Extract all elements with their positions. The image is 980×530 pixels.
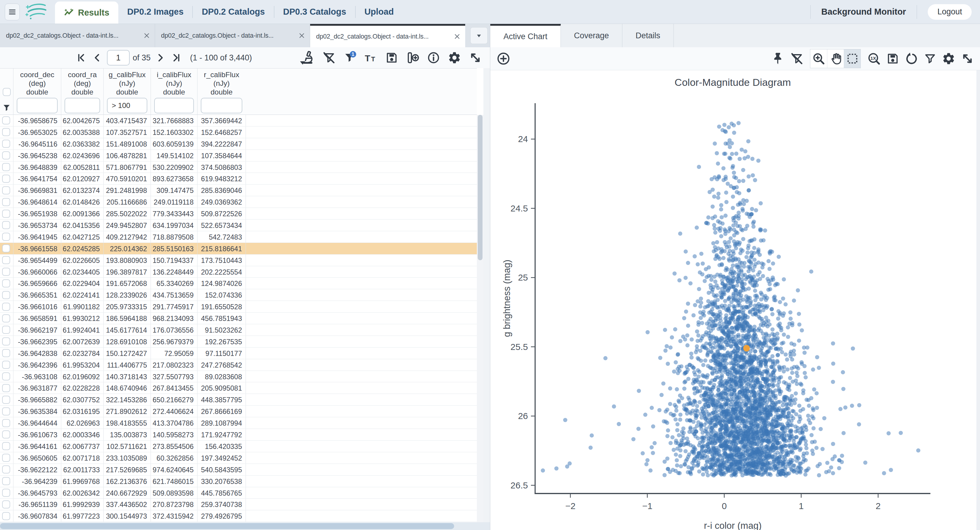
expand-icon[interactable] <box>961 52 974 65</box>
table-row[interactable]: -36.963187762.0228228148.6740946267.8413… <box>0 382 477 394</box>
row-checkbox[interactable] <box>2 175 10 183</box>
chart-tab-coverage[interactable]: Coverage <box>561 24 622 47</box>
table-row[interactable]: -36.964239661.9953204111.4406775217.0802… <box>0 359 477 371</box>
last-page-button[interactable] <box>170 51 183 64</box>
row-checkbox[interactable] <box>2 396 10 404</box>
nav-tab-results[interactable]: Results <box>55 2 118 24</box>
table-row[interactable]: -36.964579362.0026342240.6672929509.0893… <box>0 487 477 499</box>
table-row[interactable]: -36.965060562.0071718233.103508960.32628… <box>0 452 477 464</box>
row-checkbox[interactable] <box>2 465 10 474</box>
table-row[interactable]: -36.965113961.9992939337.4436502270.8723… <box>0 499 477 510</box>
first-page-button[interactable] <box>75 51 88 64</box>
table-row[interactable]: -36.962212262.0011733217.5269685974.6240… <box>0 464 477 476</box>
next-page-button[interactable] <box>154 51 167 64</box>
row-checkbox[interactable] <box>2 337 10 345</box>
pan-icon[interactable] <box>827 49 844 68</box>
save-icon[interactable] <box>385 51 399 65</box>
filter-input-r_calibFlux[interactable] <box>201 98 242 113</box>
row-checkbox[interactable] <box>2 477 10 485</box>
text-columns-icon[interactable]: TT <box>364 51 378 65</box>
table-vertical-scrollbar[interactable] <box>477 115 484 522</box>
row-checkbox[interactable] <box>2 500 10 508</box>
info-icon[interactable] <box>427 51 441 65</box>
background-monitor-link[interactable]: Background Monitor <box>821 7 906 17</box>
row-checkbox[interactable] <box>2 361 10 369</box>
table-row[interactable]: -36.964416162.0067737102.5711621273.8554… <box>0 441 477 452</box>
nav-tab-dp0-2-catalogs[interactable]: DP0.2 Catalogs <box>193 0 274 24</box>
row-checkbox[interactable] <box>2 151 10 160</box>
pin-icon[interactable] <box>771 52 785 65</box>
chart-tab-details[interactable]: Details <box>622 24 674 47</box>
select-area-icon[interactable] <box>844 49 861 68</box>
row-checkbox[interactable] <box>2 198 10 206</box>
table-horizontal-scrollbar[interactable] <box>0 522 490 530</box>
catalog-tab[interactable]: dp02_dc2_catalogs.Object - data-int.ls..… <box>0 24 155 47</box>
table-row[interactable]: -36.96423961.9969768162.2136376621.74860… <box>0 476 477 487</box>
filter-input-g_calibFlux[interactable] <box>107 98 147 113</box>
table-row[interactable]: -36.964511662.0363382151.4891008603.6059… <box>0 138 477 150</box>
row-checkbox[interactable] <box>2 454 10 462</box>
save-icon[interactable] <box>886 52 900 65</box>
row-checkbox[interactable] <box>2 268 10 276</box>
row-checkbox[interactable] <box>2 489 10 497</box>
page-number-input[interactable] <box>107 50 130 65</box>
table-row[interactable]: -36.966006662.0234405196.3897817136.2248… <box>0 266 477 278</box>
column-header-i_calibFlux[interactable]: i_calibFlux(nJy)double <box>151 69 197 115</box>
table-row[interactable]: -36.964523862.0243696106.4878281149.5141… <box>0 150 477 161</box>
restore-icon[interactable] <box>905 52 918 65</box>
catalog-tab[interactable]: dp02_dc2_catalogs.Object - data-int.ls..… <box>155 24 310 47</box>
table-row[interactable]: -36.964883962.0052811571.8067791530.2209… <box>0 161 477 173</box>
add-chart-button[interactable] <box>496 51 511 66</box>
row-checkbox[interactable] <box>2 140 10 148</box>
prev-page-button[interactable] <box>91 51 104 64</box>
row-checkbox[interactable] <box>2 303 10 311</box>
microscope-dropdown-icon[interactable] <box>299 50 315 65</box>
table-row[interactable]: -36.965193862.0091366285.5022022779.3433… <box>0 208 477 220</box>
table-row[interactable]: -36.964283862.0232784150.127242772.95059… <box>0 348 477 359</box>
table-row[interactable]: -36.964194562.0427125409.2127942718.8879… <box>0 231 477 243</box>
row-checkbox[interactable] <box>2 512 10 520</box>
row-checkbox[interactable] <box>2 279 10 287</box>
column-header-coord_dec[interactable]: coord_dec(deg)double <box>13 69 61 115</box>
logout-button[interactable]: Logout <box>928 4 972 20</box>
filter-applied-icon[interactable]: 1 <box>343 51 357 65</box>
menu-button[interactable] <box>5 3 20 20</box>
row-checkbox[interactable] <box>2 326 10 334</box>
row-checkbox[interactable] <box>2 384 10 392</box>
table-row[interactable]: -36.966239562.0072639128.6910108256.9679… <box>0 336 477 348</box>
table-row[interactable]: -36.964861462.0148426205.1166686249.0119… <box>0 196 477 208</box>
catalog-tab-active[interactable]: dp02_dc2_catalogs.Object - data-int.ls..… <box>310 24 465 47</box>
tab-list-dropdown[interactable] <box>470 27 488 44</box>
row-checkbox[interactable] <box>2 349 10 357</box>
column-header-g_calibFlux[interactable]: g_calibFlux(nJy)double <box>103 69 151 115</box>
filter-icon[interactable] <box>924 52 937 65</box>
table-row[interactable]: -36.965373462.0415356249.9452807634.1997… <box>0 220 477 231</box>
filter-input-i_calibFlux[interactable] <box>154 98 194 113</box>
column-header-coord_ra[interactable]: coord_ra(deg)double <box>61 69 103 115</box>
table-row[interactable]: -36.965302562.0035388107.3527571152.1603… <box>0 126 477 138</box>
table-row[interactable]: -36.966219761.9924041145.6177614176.0736… <box>0 324 477 336</box>
tab-close-icon[interactable] <box>453 33 461 42</box>
row-checkbox[interactable] <box>2 442 10 450</box>
row-checkbox[interactable] <box>2 210 10 218</box>
row-checkbox[interactable] <box>2 372 10 380</box>
row-checkbox[interactable] <box>2 291 10 299</box>
tab-close-icon[interactable] <box>143 32 151 41</box>
zoom-1x-icon[interactable]: 1X <box>867 52 881 65</box>
zoom-in-icon[interactable] <box>810 49 827 68</box>
row-checkbox[interactable] <box>2 256 10 264</box>
add-column-icon[interactable] <box>406 51 420 65</box>
row-checkbox[interactable] <box>2 314 10 322</box>
row-checkbox[interactable] <box>2 407 10 415</box>
table-row[interactable]: -36.966155862.0245285225.014362285.51501… <box>0 243 477 255</box>
row-checkbox[interactable] <box>2 233 10 241</box>
table-row[interactable]: -36.963538462.0316195271.8902612272.4406… <box>0 405 477 417</box>
row-checkbox[interactable] <box>2 221 10 229</box>
row-checkbox[interactable] <box>2 419 10 427</box>
row-checkbox[interactable] <box>2 244 10 252</box>
table-row[interactable]: -36.965449962.0226605193.8080903150.7194… <box>0 255 477 266</box>
panel-splitter[interactable] <box>484 68 490 522</box>
chart-tab-active-chart[interactable]: Active Chart <box>490 24 561 47</box>
table-row[interactable]: -36.965966662.0229404191.657206865.33402… <box>0 278 477 289</box>
table-row[interactable]: -36.964464462.026963198.4183555413.37047… <box>0 417 477 429</box>
